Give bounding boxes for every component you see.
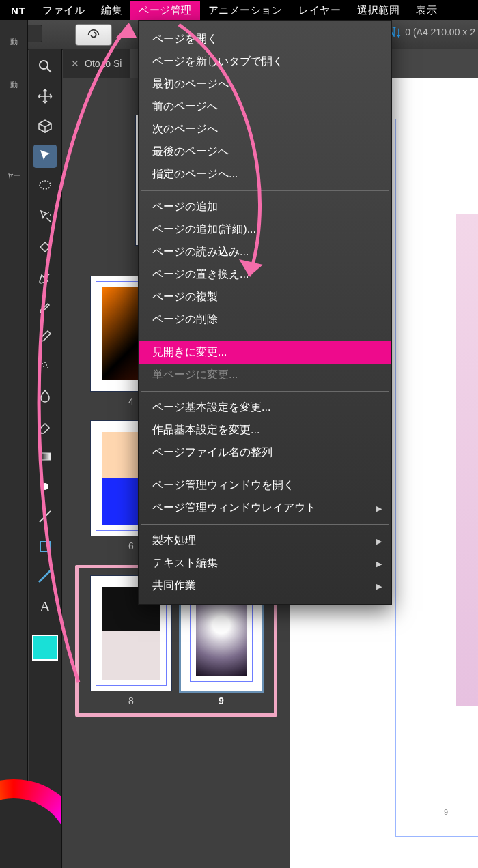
airbrush-tool[interactable]: [33, 355, 57, 378]
app-name: NT: [3, 1, 34, 20]
left-dock-label: ヤー: [6, 167, 21, 182]
gradient-tool[interactable]: [33, 445, 57, 468]
menu-to-spread[interactable]: 見開きに変更...: [139, 341, 391, 364]
document-dimensions: 0 (A4 210.00 x 2: [405, 27, 475, 38]
brush-tool[interactable]: [33, 295, 57, 318]
menu-open-page-manager[interactable]: ページ管理ウィンドウを開く: [139, 474, 391, 497]
canvas-page-number: 9: [444, 808, 448, 816]
close-icon[interactable]: ✕: [71, 58, 79, 69]
menu-duplicate-page[interactable]: ページの複製: [139, 286, 391, 308]
canvas-artwork: [456, 214, 478, 706]
text-tool[interactable]: A: [33, 595, 57, 618]
move-tool[interactable]: [33, 85, 57, 108]
menu-text-edit[interactable]: テキスト編集: [139, 552, 391, 575]
menu-selection[interactable]: 選択範囲: [349, 1, 408, 20]
left-dock-label: 動: [10, 33, 18, 48]
menu-binding[interactable]: 製本処理: [139, 530, 391, 552]
menu-page-manager-layout[interactable]: ページ管理ウィンドウレイアウト: [139, 497, 391, 519]
svg-point-4: [50, 214, 51, 216]
menu-edit[interactable]: 編集: [93, 1, 130, 20]
svg-point-2: [40, 181, 51, 189]
dodge-tool[interactable]: [33, 475, 57, 498]
svg-line-1: [47, 68, 51, 72]
menu-replace-page[interactable]: ページの置き換え...: [139, 263, 391, 286]
menu-view[interactable]: 表示: [408, 1, 445, 20]
menubar: NT ファイル 編集 ページ管理 アニメーション レイヤー 選択範囲 表示: [0, 0, 478, 20]
perspective-tool[interactable]: [33, 115, 57, 138]
menu-work-settings[interactable]: 作品基本設定を変更...: [139, 419, 391, 442]
menu-collab[interactable]: 共同作業: [139, 575, 391, 597]
figure-tool[interactable]: [33, 535, 57, 558]
svg-point-3: [48, 212, 49, 213]
menu-page-management[interactable]: ページ管理: [130, 1, 200, 20]
svg-point-9: [46, 364, 47, 366]
ruler-tool[interactable]: [33, 565, 57, 588]
page-management-menu: ページを開く ページを新しいタブで開く 最初のページへ 前のページへ 次のページ…: [138, 20, 392, 605]
svg-point-7: [44, 362, 46, 363]
svg-point-5: [48, 249, 51, 252]
tool-palette: A: [29, 49, 62, 868]
menu-open-page[interactable]: ページを開く: [139, 28, 391, 50]
svg-rect-14: [40, 542, 50, 551]
eraser-tool[interactable]: [33, 415, 57, 438]
lasso-tool[interactable]: [33, 175, 57, 198]
page-number: 6: [128, 536, 134, 551]
menu-next-page[interactable]: 次のページへ: [139, 118, 391, 141]
document-tab-label: Oto to Si: [85, 58, 122, 69]
menu-file[interactable]: ファイル: [34, 1, 93, 20]
left-dock: 動 動 ヤー: [0, 20, 28, 868]
menu-open-page-newtab[interactable]: ページを新しいタブで開く: [139, 50, 391, 73]
svg-rect-11: [40, 453, 51, 460]
svg-line-13: [40, 511, 51, 522]
menu-page-settings[interactable]: ページ基本設定を変更...: [139, 396, 391, 419]
menu-animation[interactable]: アニメーション: [200, 1, 291, 20]
svg-point-12: [42, 483, 48, 490]
svg-point-0: [40, 61, 48, 69]
menu-first-page[interactable]: 最初のページへ: [139, 73, 391, 96]
foreground-color-swatch[interactable]: [32, 635, 58, 661]
menu-last-page[interactable]: 最後のページへ: [139, 141, 391, 163]
blend-tool[interactable]: [33, 385, 57, 408]
menu-add-page[interactable]: ページの追加: [139, 196, 391, 218]
page-number: 9: [219, 691, 224, 706]
menu-layer[interactable]: レイヤー: [290, 1, 349, 20]
document-tab[interactable]: ✕ Oto to Si: [63, 49, 130, 78]
ai-assist-button[interactable]: [75, 24, 112, 46]
pencil-tool[interactable]: [33, 325, 57, 348]
svg-point-8: [43, 366, 44, 367]
svg-point-10: [47, 367, 48, 368]
menu-rename-pages[interactable]: ページファイル名の整列: [139, 442, 391, 464]
menu-add-page-adv[interactable]: ページの追加(詳細)...: [139, 218, 391, 241]
color-wheel[interactable]: [0, 772, 61, 868]
page-number: 8: [128, 691, 134, 706]
page-number: 4: [128, 392, 134, 407]
auto-select-tool[interactable]: [33, 205, 57, 228]
pen-tool[interactable]: [33, 265, 57, 288]
svg-point-6: [42, 363, 43, 364]
menu-prev-page[interactable]: 前のページへ: [139, 96, 391, 118]
fill-tool[interactable]: [33, 235, 57, 258]
line-tool[interactable]: [33, 505, 57, 528]
menu-import-page[interactable]: ページの読み込み...: [139, 241, 391, 263]
left-dock-label: 動: [10, 76, 18, 91]
menu-delete-page[interactable]: ページの削除: [139, 308, 391, 331]
operation-tool[interactable]: [33, 145, 57, 168]
menu-goto-page[interactable]: 指定のページへ...: [139, 163, 391, 186]
menu-to-single: 単ページに変更...: [139, 364, 391, 386]
zoom-tool[interactable]: [33, 55, 57, 78]
